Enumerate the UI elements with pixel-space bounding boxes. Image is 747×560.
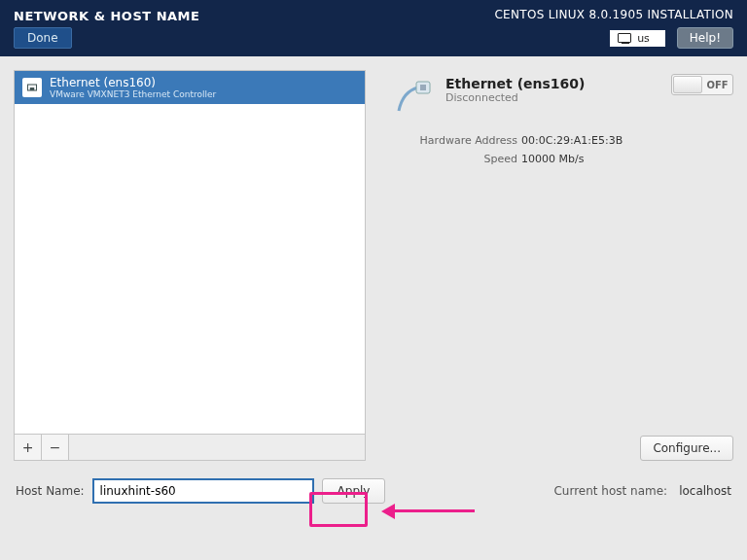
connection-header: Ethernet (ens160) Disconnected OFF [393,76,731,117]
current-hostname-value: localhost [679,484,731,498]
detail-row: Speed 10000 Mb/s [393,153,731,165]
hostname-input[interactable] [92,478,314,504]
connection-detail-grid: Hardware Address 00:0C:29:A1:E5:3B Speed… [393,134,731,165]
header-right: CENTOS LINUX 8.0.1905 INSTALLATION us He… [494,8,733,49]
device-subtitle: VMware VMXNET3 Ethernet Controller [50,89,216,99]
remove-device-button[interactable]: − [42,435,69,460]
svg-rect-1 [30,88,35,90]
toggle-state-label: OFF [702,80,732,90]
add-device-button[interactable]: + [15,435,42,460]
device-list[interactable]: Ethernet (ens160) VMware VMXNET3 Etherne… [14,70,366,435]
detail-label: Speed [393,153,521,165]
connection-toggle[interactable]: OFF [671,74,733,95]
configure-button[interactable]: Configure... [640,436,733,461]
apply-button[interactable]: Apply [322,478,386,504]
detail-value: 00:0C:29:A1:E5:3B [521,134,622,147]
device-name: Ethernet (ens160) [50,76,216,89]
main-area: Ethernet (ens160) VMware VMXNET3 Etherne… [0,56,747,461]
detail-label: Hardware Address [393,134,521,147]
help-button[interactable]: Help! [677,27,733,49]
annotation-arrow [381,507,479,514]
keyboard-layout-indicator[interactable]: us [610,30,665,47]
current-hostname-label: Current host name: [553,484,667,498]
detail-value: 10000 Mb/s [521,153,584,165]
hostname-bar: Host Name: Apply Current host name: loca… [0,461,747,504]
install-title: CENTOS LINUX 8.0.1905 INSTALLATION [494,8,733,21]
connection-status: Disconnected [445,91,585,104]
done-button[interactable]: Done [14,27,72,49]
device-list-toolbar: + − [14,435,366,461]
ethernet-cable-icon [393,76,434,117]
header-bar: NETWORK & HOST NAME Done CENTOS LINUX 8.… [0,0,747,56]
hostname-label: Host Name: [16,484,85,498]
connection-name: Ethernet (ens160) [445,76,585,91]
svg-rect-3 [420,85,426,90]
header-left: NETWORK & HOST NAME Done [14,9,199,49]
page-title: NETWORK & HOST NAME [14,9,199,23]
detail-row: Hardware Address 00:0C:29:A1:E5:3B [393,134,731,147]
keyboard-icon [618,33,631,43]
device-list-item[interactable]: Ethernet (ens160) VMware VMXNET3 Etherne… [15,71,365,104]
connection-details-panel: Ethernet (ens160) Disconnected OFF Hardw… [366,70,733,461]
keyboard-layout-label: us [637,32,650,45]
device-list-panel: Ethernet (ens160) VMware VMXNET3 Etherne… [14,70,366,461]
ethernet-icon [22,78,42,97]
toggle-knob [673,76,702,93]
